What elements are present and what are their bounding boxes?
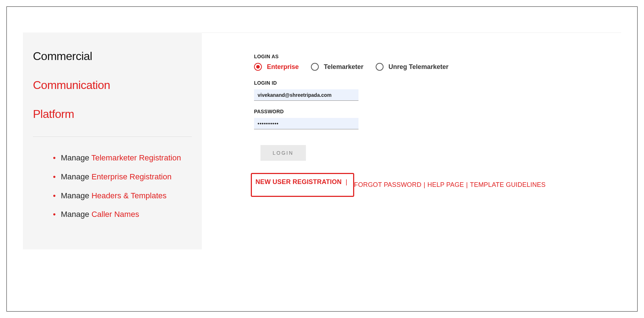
sidebar-title-communication: Communication <box>33 79 192 92</box>
radio-label-enterprise: Enterprise <box>267 63 299 71</box>
link-help-page[interactable]: HELP PAGE <box>428 181 464 189</box>
sidebar-item-enterprise-reg[interactable]: Manage Enterprise Registration <box>61 172 192 183</box>
radio-label-unreg: Unreg Telemarketer <box>389 63 449 71</box>
sidebar-item-link: Headers & Templates <box>92 191 167 200</box>
login-id-label: LOGIN ID <box>254 80 621 86</box>
password-label: PASSWORD <box>254 109 621 114</box>
separator: | <box>464 181 470 189</box>
sidebar-item-prefix: Manage <box>61 153 91 162</box>
sidebar-item-prefix: Manage <box>61 191 92 200</box>
link-new-user-registration[interactable]: NEW USER REGISTRATION <box>255 178 342 185</box>
radio-unreg-telemarketer[interactable]: Unreg Telemarketer <box>376 63 449 71</box>
sidebar-item-link: Caller Names <box>92 210 139 219</box>
login-as-label: LOGIN AS <box>254 54 621 59</box>
footer-links: NEW USER REGISTRATION | FORGOT PASSWORD … <box>251 173 621 197</box>
password-input[interactable] <box>254 118 358 129</box>
sidebar-item-headers-templates[interactable]: Manage Headers & Templates <box>61 190 192 202</box>
sidebar-item-link: Telemarketer Registration <box>91 153 181 162</box>
separator: | <box>343 178 350 185</box>
link-template-guidelines[interactable]: TEMPLATE GUIDELINES <box>470 181 546 189</box>
outer-frame: Commercial Communication Platform Manage… <box>6 6 638 312</box>
sidebar-title-commercial: Commercial <box>33 50 192 63</box>
separator: | <box>421 181 428 189</box>
sidebar-item-link: Enterprise Registration <box>92 172 172 181</box>
sidebar-item-prefix: Manage <box>61 210 92 219</box>
sidebar-item-caller-names[interactable]: Manage Caller Names <box>61 209 192 220</box>
link-forgot-password[interactable]: FORGOT PASSWORD <box>354 181 421 189</box>
login-id-input[interactable] <box>254 89 358 101</box>
sidebar: Commercial Communication Platform Manage… <box>23 33 202 249</box>
sidebar-item-telemarketer-reg[interactable]: Manage Telemarketer Registration <box>61 153 192 164</box>
radio-icon <box>376 63 384 71</box>
highlight-new-user: NEW USER REGISTRATION | <box>251 173 354 197</box>
sidebar-item-prefix: Manage <box>61 172 92 181</box>
radio-telemarketer[interactable]: Telemarketer <box>311 63 364 71</box>
radio-icon <box>311 63 319 71</box>
sidebar-list: Manage Telemarketer Registration Manage … <box>33 153 192 220</box>
radio-enterprise[interactable]: Enterprise <box>254 63 299 71</box>
radio-label-telemarketer: Telemarketer <box>324 63 364 71</box>
radio-dot-icon <box>256 65 260 69</box>
login-button[interactable]: LOGIN <box>260 145 306 161</box>
radio-icon <box>254 63 262 71</box>
sidebar-title-platform: Platform <box>33 108 192 121</box>
content-wrap: Commercial Communication Platform Manage… <box>23 33 621 249</box>
sidebar-divider <box>33 136 192 137</box>
main-panel: LOGIN AS Enterprise Telemarketer Unreg T… <box>202 33 621 249</box>
login-as-radio-group: Enterprise Telemarketer Unreg Telemarket… <box>254 63 621 71</box>
